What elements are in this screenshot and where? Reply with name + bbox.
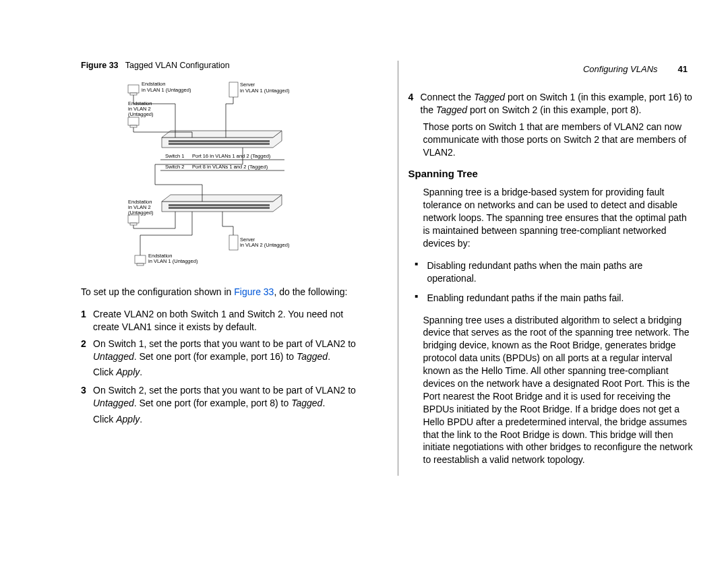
server-icon (229, 82, 238, 97)
figure-link[interactable]: Figure 33 (234, 286, 274, 297)
svg-text:(Untagged): (Untagged) (128, 210, 154, 216)
step-4: 4 Connect the Tagged port on Switch 1 (i… (408, 91, 695, 117)
page-header: Configuring VLANs 41 (583, 64, 688, 74)
svg-text:Port 8 in VLANs 1 and 2 (Tagge: Port 8 in VLANs 1 and 2 (Tagged) (192, 164, 268, 170)
svg-rect-3 (169, 143, 270, 145)
list-item: Enabling redundant paths if the main pat… (427, 292, 695, 305)
spanning-tree-detail: Spanning tree uses a distributed algorit… (423, 314, 695, 467)
figure-caption: Figure 33 Tagged VLAN Configuration (81, 61, 367, 70)
svg-text:Endstation: Endstation (142, 81, 165, 87)
endstation-icon (128, 85, 139, 95)
svg-rect-2 (169, 140, 270, 142)
svg-rect-15 (229, 235, 238, 250)
spanning-tree-bullets: Disabling redundant paths when the main … (408, 259, 695, 305)
click-apply-1: Click Apply. (93, 367, 367, 377)
svg-rect-16 (135, 255, 146, 263)
svg-text:Port 16 in VLANs 1 and 2 (Tagg: Port 16 in VLANs 1 and 2 (Tagged) (192, 153, 271, 159)
svg-text:Switch 1: Switch 1 (165, 153, 184, 159)
vlan-diagram: Endstation in VLAN 1 (Untagged) Server i… (81, 74, 367, 275)
server-icon (229, 235, 238, 250)
step-1: 1 Create VLAN2 on both Switch 1 and Swit… (81, 308, 367, 334)
switch-1-icon (162, 131, 282, 148)
svg-text:Switch 2: Switch 2 (165, 164, 184, 170)
svg-rect-9 (130, 93, 137, 95)
step-3: 3 On Switch 2, set the ports that you wa… (81, 384, 367, 410)
intro-paragraph: To set up the configuration shown in Fig… (81, 286, 367, 299)
svg-rect-8 (128, 85, 139, 93)
svg-text:in VLAN 1 (Untagged): in VLAN 1 (Untagged) (148, 258, 198, 264)
svg-rect-10 (229, 82, 238, 97)
endstation-icon (128, 117, 139, 127)
svg-rect-6 (169, 204, 270, 206)
step-2: 2 On Switch 1, set the ports that you wa… (81, 338, 367, 363)
svg-text:in VLAN 1 (Untagged): in VLAN 1 (Untagged) (240, 88, 290, 94)
spanning-tree-heading: Spanning Tree (408, 168, 695, 179)
svg-rect-17 (137, 263, 144, 266)
page-number: 41 (678, 64, 688, 74)
list-item: Disabling redundant paths when the main … (427, 259, 695, 285)
svg-text:in VLAN 2  (Untagged): in VLAN 2 (Untagged) (240, 242, 290, 248)
figure-label: Figure 33 (81, 61, 119, 70)
svg-rect-12 (130, 125, 137, 127)
endstation-icon (135, 255, 146, 266)
svg-marker-1 (162, 131, 282, 137)
vlan-note: Those ports on Switch 1 that are members… (423, 121, 695, 159)
section-title: Configuring VLANs (583, 64, 658, 74)
endstation-icon (128, 215, 139, 225)
svg-text:Server: Server (240, 82, 255, 88)
svg-rect-11 (128, 117, 139, 125)
spanning-tree-intro: Spanning tree is a bridge-based system f… (423, 186, 695, 249)
svg-marker-5 (162, 195, 282, 201)
click-apply-2: Click Apply. (93, 414, 367, 425)
svg-rect-14 (130, 223, 137, 225)
svg-text:in VLAN 1  (Untagged): in VLAN 1 (Untagged) (142, 87, 191, 93)
switch-2-icon (162, 195, 282, 212)
figure-caption-text: Tagged VLAN Configuration (125, 61, 230, 70)
svg-rect-13 (128, 215, 139, 223)
svg-rect-7 (169, 207, 270, 209)
svg-text:(Untagged): (Untagged) (128, 111, 154, 117)
